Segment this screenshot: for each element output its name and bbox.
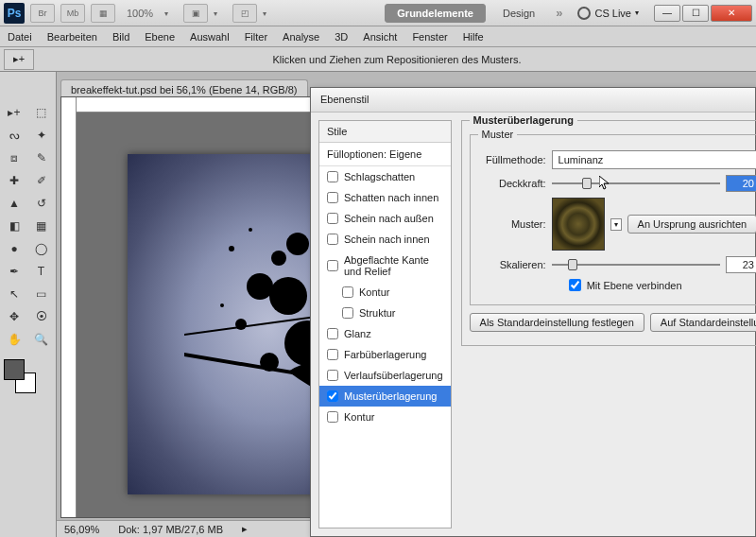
menu-auswahl[interactable]: Auswahl xyxy=(190,31,230,43)
tools-panel: ▸+⬚ ᔓ✦ ⧈✎ ✚✐ ▲↺ ◧▦ ●◯ ✒T ↖▭ ✥⦿ ✋🔍 xyxy=(0,72,57,537)
3d-tool[interactable]: ✥ xyxy=(2,306,26,327)
camera-tool[interactable]: ⦿ xyxy=(29,306,54,327)
style-item[interactable]: Kontur xyxy=(319,407,451,427)
eraser-tool[interactable]: ◧ xyxy=(2,216,26,236)
style-label: Kontur xyxy=(359,286,389,298)
close-button[interactable]: ✕ xyxy=(711,5,752,22)
workspace-more[interactable]: » xyxy=(552,6,566,20)
style-checkbox[interactable] xyxy=(327,328,338,339)
cs-live-label: CS Live xyxy=(594,8,631,19)
style-checkbox[interactable] xyxy=(327,213,338,224)
zoom-dropdown[interactable] xyxy=(164,7,178,20)
style-checkbox[interactable] xyxy=(327,411,338,423)
scale-input[interactable] xyxy=(726,256,756,273)
zoom-tool[interactable]: 🔍 xyxy=(29,329,54,350)
status-more-icon[interactable]: ▸ xyxy=(242,523,248,535)
style-checkbox[interactable] xyxy=(327,260,338,271)
zoom-level[interactable]: 100% xyxy=(121,8,159,19)
style-item[interactable]: Schlagschatten xyxy=(319,166,451,187)
shape-tool[interactable]: ▭ xyxy=(29,284,54,304)
status-zoom[interactable]: 56,09% xyxy=(64,524,99,535)
style-checkbox[interactable] xyxy=(327,171,338,182)
menu-filter[interactable]: Filter xyxy=(245,31,267,43)
styles-header[interactable]: Stile xyxy=(319,121,451,143)
pen-tool[interactable]: ✒ xyxy=(2,261,26,282)
arrange-dropdown[interactable] xyxy=(214,7,227,20)
hand-tool[interactable]: ✋ xyxy=(2,329,26,350)
style-item[interactable]: Abgeflachte Kante und Relief xyxy=(319,250,451,282)
style-checkbox[interactable] xyxy=(342,307,353,319)
stamp-tool[interactable]: ▲ xyxy=(2,193,26,214)
minibridge-button[interactable]: Mb xyxy=(60,4,85,23)
eyedropper-tool[interactable]: ✎ xyxy=(29,147,54,168)
color-swatch[interactable] xyxy=(4,359,42,393)
link-with-layer-label: Mit Ebene verbinden xyxy=(587,280,682,291)
style-checkbox[interactable] xyxy=(342,286,353,298)
ruler-vertical[interactable] xyxy=(61,97,77,517)
menu-bearbeiten[interactable]: Bearbeiten xyxy=(47,31,97,43)
menu-bild[interactable]: Bild xyxy=(112,31,129,43)
style-item[interactable]: Verlaufsüberlagerung xyxy=(319,365,451,386)
menu-analyse[interactable]: Analyse xyxy=(283,31,319,43)
menu-ansicht[interactable]: Ansicht xyxy=(363,31,397,43)
style-checkbox[interactable] xyxy=(327,370,338,381)
snap-to-origin-button[interactable]: An Ursprung ausrichten xyxy=(627,215,756,234)
fill-options[interactable]: Fülloptionen: Eigene xyxy=(319,143,451,166)
app-logo: Ps xyxy=(4,3,25,24)
document-tab[interactable]: breakeffekt-tut.psd bei 56,1% (Ebene 14,… xyxy=(60,79,308,97)
marquee-tool[interactable]: ⬚ xyxy=(29,102,54,123)
workspace-design[interactable]: Design xyxy=(491,5,546,22)
style-item[interactable]: Schatten nach innen xyxy=(319,187,451,208)
path-tool[interactable]: ↖ xyxy=(2,284,26,304)
scale-slider[interactable] xyxy=(552,257,720,272)
style-item[interactable]: Farbüberlagerung xyxy=(319,344,451,365)
type-tool[interactable]: T xyxy=(29,261,54,282)
blend-mode-dropdown[interactable]: Luminanz▾ xyxy=(552,150,756,169)
move-tool[interactable]: ▸+ xyxy=(2,102,26,123)
style-item[interactable]: Musterüberlagerung xyxy=(319,386,451,407)
heal-tool[interactable]: ✚ xyxy=(2,170,26,191)
menu-ebene[interactable]: Ebene xyxy=(145,31,175,43)
menu-fenster[interactable]: Fenster xyxy=(412,31,447,43)
menu-hilfe[interactable]: Hilfe xyxy=(463,31,484,43)
style-item[interactable]: Schein nach außen xyxy=(319,208,451,229)
brush-tool[interactable]: ✐ xyxy=(29,170,54,191)
link-with-layer-checkbox[interactable] xyxy=(569,279,581,291)
screen-mode-dropdown[interactable] xyxy=(263,7,276,20)
status-doc[interactable]: Dok: 1,97 MB/27,6 MB xyxy=(118,524,223,535)
blur-tool[interactable]: ● xyxy=(2,238,26,259)
style-item[interactable]: Schein nach innen xyxy=(319,229,451,250)
menu-datei[interactable]: Datei xyxy=(8,31,32,43)
pattern-picker-dropdown[interactable]: ▾ xyxy=(610,218,622,231)
opacity-slider[interactable] xyxy=(552,176,720,191)
pattern-thumbnail[interactable] xyxy=(552,198,605,251)
style-checkbox[interactable] xyxy=(327,390,338,402)
style-item[interactable]: Kontur xyxy=(319,282,451,303)
view-extras-button[interactable]: ▦ xyxy=(91,4,115,23)
history-brush-tool[interactable]: ↺ xyxy=(29,193,54,214)
reset-default-button[interactable]: Auf Standardeinstellung xyxy=(650,313,756,332)
lasso-tool[interactable]: ᔓ xyxy=(2,125,26,146)
bridge-button[interactable]: Br xyxy=(30,4,55,23)
arrange-button[interactable]: ▣ xyxy=(183,4,208,23)
style-checkbox[interactable] xyxy=(327,349,338,360)
svg-point-16 xyxy=(220,303,224,307)
foreground-color[interactable] xyxy=(4,359,25,380)
crop-tool[interactable]: ⧈ xyxy=(2,147,26,168)
style-item[interactable]: Struktur xyxy=(319,303,451,323)
minimize-button[interactable]: — xyxy=(654,5,680,22)
menu-3d[interactable]: 3D xyxy=(335,31,348,43)
make-default-button[interactable]: Als Standardeinstellung festlegen xyxy=(470,313,644,332)
style-checkbox[interactable] xyxy=(327,234,338,245)
dodge-tool[interactable]: ◯ xyxy=(29,238,54,259)
current-tool-icon[interactable]: ▸+ xyxy=(4,49,34,70)
cs-live[interactable]: CS Live▾ xyxy=(572,7,644,20)
style-item[interactable]: Glanz xyxy=(319,323,451,344)
workspace-grundelemente[interactable]: Grundelemente xyxy=(385,4,486,23)
screen-mode-button[interactable]: ◰ xyxy=(232,4,257,23)
opacity-input[interactable] xyxy=(726,175,756,192)
style-checkbox[interactable] xyxy=(327,192,338,203)
maximize-button[interactable]: ☐ xyxy=(682,5,709,22)
gradient-tool[interactable]: ▦ xyxy=(29,216,54,236)
wand-tool[interactable]: ✦ xyxy=(29,125,54,146)
